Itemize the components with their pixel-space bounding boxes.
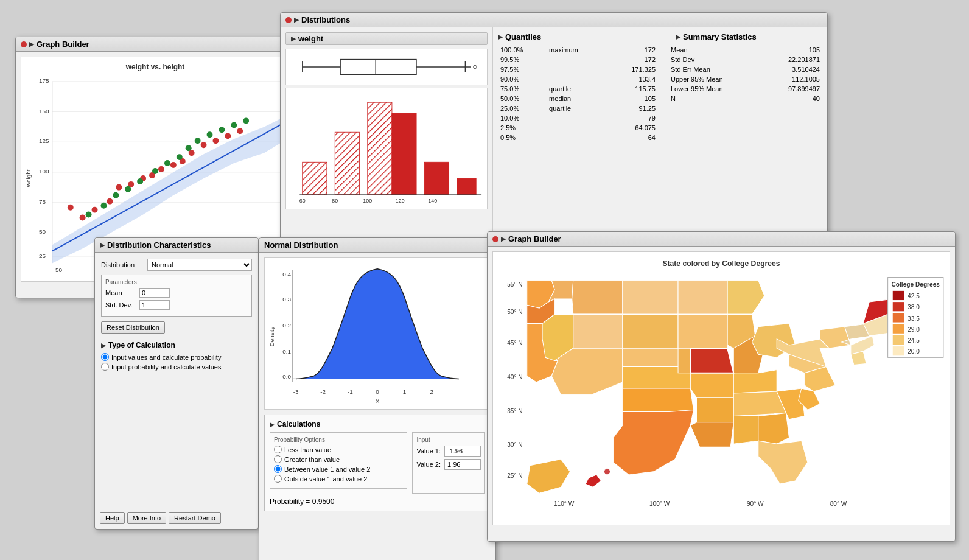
value2-input[interactable] bbox=[444, 459, 481, 470]
boxplot-area bbox=[285, 49, 488, 85]
weight-title-bar: ▶ weight bbox=[285, 32, 488, 45]
svg-point-20 bbox=[116, 184, 122, 191]
quantiles-title: ▶ Quantiles bbox=[498, 32, 658, 41]
distribution-select[interactable]: Normal bbox=[147, 259, 252, 271]
y-axis-label: weight bbox=[25, 169, 32, 187]
red-dot-icon bbox=[21, 41, 27, 47]
svg-text:33.5: 33.5 bbox=[908, 315, 920, 322]
svg-text:80: 80 bbox=[332, 198, 338, 204]
prob-options-label: Probability Options bbox=[274, 436, 403, 443]
input-box: Input Value 1: Value 2: bbox=[412, 432, 485, 494]
distributions-title: Distributions bbox=[301, 15, 350, 24]
normal-dist-panel: Normal Distribution Density 0.4 0.3 0.2 … bbox=[259, 237, 496, 560]
svg-rect-96 bbox=[893, 313, 904, 322]
us-map-area: State colored by College Degrees 55° N 5… bbox=[492, 251, 950, 525]
radio-input-probability: Input probability and calculate values bbox=[101, 363, 252, 371]
state-hi-island bbox=[604, 469, 610, 475]
help-button[interactable]: Help bbox=[100, 512, 125, 524]
distribution-row: Distribution Normal bbox=[101, 259, 252, 271]
svg-point-36 bbox=[137, 178, 143, 184]
summary-row: Mean105 bbox=[668, 45, 822, 55]
summary-stats-table: Mean105Std Dev22.201871Std Err Mean3.510… bbox=[668, 45, 822, 103]
svg-rect-56 bbox=[392, 113, 416, 195]
quantile-row: 50.0%median105 bbox=[498, 94, 658, 103]
red-dot-icon bbox=[492, 236, 498, 242]
svg-point-51 bbox=[474, 65, 477, 68]
quantile-row: 75.0%quartile115.75 bbox=[498, 84, 658, 94]
svg-text:35° N: 35° N bbox=[507, 408, 522, 415]
prob-option-between: Between value 1 and value 2 bbox=[274, 465, 403, 473]
state-co-highlight bbox=[690, 348, 733, 373]
svg-text:100: 100 bbox=[363, 198, 372, 204]
value1-label: Value 1: bbox=[416, 447, 441, 455]
svg-point-44 bbox=[231, 122, 237, 128]
svg-text:50° N: 50° N bbox=[507, 309, 522, 315]
chart-title: weight vs. height bbox=[125, 63, 185, 71]
mean-input[interactable] bbox=[139, 288, 170, 298]
svg-text:0.1: 0.1 bbox=[282, 348, 291, 355]
weight-title: weight bbox=[298, 34, 323, 43]
svg-point-18 bbox=[92, 207, 98, 213]
summary-stats-title: ▶ Summary Statistics bbox=[668, 32, 822, 41]
prob-option-less-than-radio[interactable] bbox=[274, 446, 282, 453]
dist-char-title-bar[interactable]: ▶ Distribution Characteristics bbox=[95, 238, 258, 253]
svg-text:75: 75 bbox=[39, 198, 46, 205]
svg-point-31 bbox=[237, 128, 243, 134]
quantile-row: 2.5%64.075 bbox=[498, 123, 658, 133]
state-fl bbox=[758, 441, 808, 484]
svg-text:100: 100 bbox=[39, 168, 49, 175]
svg-text:29.0: 29.0 bbox=[908, 326, 920, 333]
graph-builder-2-title-bar[interactable]: ▶ Graph Builder bbox=[488, 232, 955, 247]
normal-curve bbox=[296, 269, 459, 379]
stddev-label: Std. Dev. bbox=[105, 301, 136, 309]
svg-text:-3: -3 bbox=[293, 388, 299, 395]
summary-section: ▶ Summary Statistics Mean105Std Dev22.20… bbox=[663, 27, 827, 245]
quantile-row: 0.5%64 bbox=[498, 133, 658, 142]
triangle-icon: ▶ bbox=[29, 41, 34, 47]
restart-demo-button[interactable]: Restart Demo bbox=[169, 512, 221, 524]
svg-text:0.4: 0.4 bbox=[282, 271, 291, 278]
quantile-row: 90.0%133.4 bbox=[498, 74, 658, 84]
summary-red-dot bbox=[668, 35, 673, 40]
reset-distribution-button[interactable]: Reset Distribution bbox=[101, 321, 165, 334]
input-label: Input bbox=[416, 436, 481, 443]
svg-text:30° N: 30° N bbox=[507, 441, 522, 448]
distributions-title-bar[interactable]: ▶ Distributions bbox=[281, 13, 827, 27]
prob-option-between-radio[interactable] bbox=[274, 465, 282, 473]
radio-input-probability-control[interactable] bbox=[101, 363, 109, 371]
prob-option-outside-radio[interactable] bbox=[274, 475, 282, 483]
svg-text:0.2: 0.2 bbox=[282, 322, 291, 329]
value1-input[interactable] bbox=[444, 446, 481, 457]
svg-point-35 bbox=[125, 186, 131, 192]
quantile-row: 99.5%172 bbox=[498, 55, 658, 65]
svg-rect-102 bbox=[893, 346, 904, 355]
radio-input-values-control[interactable] bbox=[101, 353, 109, 361]
normal-dist-title-bar[interactable]: Normal Distribution bbox=[259, 238, 495, 253]
svg-text:140: 140 bbox=[428, 198, 437, 204]
value2-row: Value 2: bbox=[416, 459, 481, 470]
more-info-button[interactable]: More Info bbox=[127, 512, 166, 524]
graph-builder-title: Graph Builder bbox=[37, 40, 89, 49]
svg-text:50: 50 bbox=[39, 228, 46, 235]
regression-line bbox=[52, 124, 282, 251]
radio-input-values: Input values and calculate probability bbox=[101, 353, 252, 361]
histogram-area: 60 80 100 120 140 bbox=[285, 88, 488, 209]
svg-text:-1: -1 bbox=[348, 388, 353, 395]
svg-text:Density: Density bbox=[268, 326, 275, 346]
prob-option-greater-than-radio[interactable] bbox=[274, 455, 282, 463]
summary-row: N40 bbox=[668, 94, 822, 103]
state-sd bbox=[623, 314, 678, 348]
svg-rect-92 bbox=[893, 291, 904, 300]
distributions-panel: ▶ Distributions ▶ weight bbox=[280, 12, 828, 250]
svg-rect-54 bbox=[335, 132, 359, 195]
state-az bbox=[551, 348, 623, 394]
quantile-row: 25.0%quartile91.25 bbox=[498, 103, 658, 113]
svg-text:90° W: 90° W bbox=[747, 500, 764, 507]
svg-point-24 bbox=[158, 166, 164, 172]
stddev-input[interactable] bbox=[139, 300, 170, 310]
graph-builder-title-bar[interactable]: ▶ Graph Builder bbox=[16, 37, 295, 52]
svg-text:2: 2 bbox=[430, 388, 434, 395]
triangle-icon: ▶ bbox=[501, 236, 506, 242]
bottom-bar: Help More Info Restart Demo bbox=[100, 512, 221, 524]
svg-point-45 bbox=[243, 117, 249, 124]
